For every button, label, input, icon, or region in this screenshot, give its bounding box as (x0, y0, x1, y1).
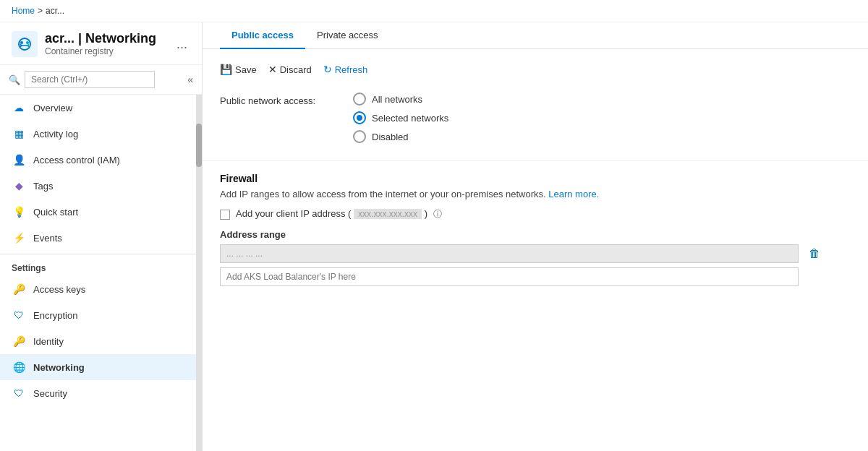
svg-point-3 (26, 41, 29, 44)
settings-section-label: Settings (0, 254, 196, 276)
discard-button[interactable]: ✕ Discard (268, 64, 312, 75)
identity-icon: 🔑 (12, 334, 26, 348)
save-icon: 💾 (220, 64, 232, 75)
firewall-section: Firewall Add IP ranges to allow access f… (203, 160, 868, 302)
breadcrumb-home[interactable]: Home (12, 6, 35, 16)
radio-disabled[interactable]: Disabled (353, 130, 448, 143)
networking-icon: 🌐 (12, 360, 26, 374)
radio-selected-networks[interactable]: Selected networks (353, 111, 448, 124)
sidebar-item-quick-start[interactable]: 💡 Quick start (0, 199, 196, 225)
radio-selected-networks-circle (353, 111, 366, 124)
radio-all-networks-label: All networks (372, 94, 422, 105)
refresh-button[interactable]: ↻ Refresh (323, 64, 368, 75)
search-input[interactable] (25, 71, 155, 88)
sidebar-item-label: Overview (33, 103, 72, 113)
events-icon: ⚡ (12, 231, 26, 245)
sidebar-item-activity-log[interactable]: ▦ Activity log (0, 121, 196, 147)
iam-icon: 👤 (12, 153, 26, 167)
scroll-track[interactable] (196, 95, 202, 451)
sidebar-item-label: Activity log (33, 129, 78, 139)
client-ip-label: Add your client IP address ( xxx.xxx.xxx… (236, 208, 442, 220)
address-range-placeholder-row (220, 267, 851, 286)
radio-selected-networks-dot (357, 115, 362, 121)
sidebar-item-events[interactable]: ⚡ Events (0, 225, 196, 251)
tabs: Public access Private access (203, 22, 868, 49)
resource-name: acr... | Networking (45, 31, 156, 46)
toolbar: 💾 Save ✕ Discard ↻ Refresh (203, 58, 868, 87)
encryption-icon: 🛡 (12, 308, 26, 322)
learn-more-link[interactable]: Learn more. (548, 189, 599, 199)
search-box: 🔍 « (0, 65, 202, 95)
radio-disabled-circle (353, 130, 366, 143)
sidebar-item-networking[interactable]: 🌐 Networking (0, 354, 196, 380)
sidebar-item-overview[interactable]: ☁ Overview (0, 95, 196, 121)
client-ip-checkbox[interactable] (220, 210, 230, 220)
sidebar-item-label: Access keys (33, 284, 85, 295)
breadcrumb-resource: acr... (46, 6, 64, 16)
radio-all-networks[interactable]: All networks (353, 93, 448, 106)
access-keys-icon: 🔑 (12, 282, 26, 296)
address-range-placeholder-input[interactable] (220, 267, 799, 286)
network-access-label: Public network access: (220, 93, 336, 106)
resource-icon (12, 31, 38, 57)
resource-title: acr... | Networking Container registry (45, 31, 156, 56)
address-range-filled-input[interactable] (220, 244, 799, 263)
client-ip-value: xxx.xxx.xxx.xxx (354, 209, 422, 219)
sidebar-item-tags[interactable]: ◆ Tags (0, 173, 196, 199)
activity-log-icon: ▦ (12, 126, 26, 141)
sidebar-item-label: Identity (33, 336, 64, 347)
firewall-description: Add IP ranges to allow access from the i… (220, 189, 851, 199)
sidebar-item-encryption[interactable]: 🛡 Encryption (0, 302, 196, 328)
client-ip-checkbox-row: Add your client IP address ( xxx.xxx.xxx… (220, 208, 851, 220)
tab-public-access[interactable]: Public access (220, 22, 305, 49)
main-content: Public access Private access 💾 Save ✕ Di… (203, 22, 868, 451)
network-access-options: All networks Selected networks Disabled (353, 93, 448, 143)
sidebar-item-label: Events (33, 233, 62, 244)
radio-disabled-label: Disabled (372, 132, 409, 142)
security-icon: 🛡 (12, 386, 26, 400)
refresh-icon: ↻ (323, 64, 332, 75)
svg-rect-0 (12, 31, 38, 57)
network-access-form: Public network access: All networks Sele… (203, 87, 868, 160)
overview-icon: ☁ (12, 100, 26, 115)
sidebar-item-identity[interactable]: 🔑 Identity (0, 328, 196, 354)
resource-subtitle: Container registry (45, 46, 156, 56)
discard-icon: ✕ (268, 64, 277, 75)
info-icon: ⓘ (433, 209, 442, 219)
search-icon: 🔍 (9, 74, 20, 85)
sidebar-item-access-keys[interactable]: 🔑 Access keys (0, 276, 196, 302)
more-button[interactable]: ... (174, 37, 190, 52)
sidebar-item-label: Access control (IAM) (33, 155, 120, 166)
save-button[interactable]: 💾 Save (220, 64, 257, 75)
sidebar-item-access-control[interactable]: 👤 Access control (IAM) (0, 147, 196, 173)
network-access-row: Public network access: All networks Sele… (220, 93, 851, 143)
tab-private-access[interactable]: Private access (305, 22, 390, 49)
breadcrumb: Home > acr... (0, 0, 868, 22)
resource-header: acr... | Networking Container registry .… (0, 22, 202, 65)
sidebar-item-label: Quick start (33, 207, 78, 218)
sidebar: acr... | Networking Container registry .… (0, 22, 203, 451)
address-range-label: Address range (220, 229, 851, 240)
sidebar-item-security[interactable]: 🛡 Security (0, 380, 196, 406)
radio-selected-networks-label: Selected networks (372, 113, 448, 124)
radio-all-networks-circle (353, 93, 366, 106)
quick-start-icon: 💡 (12, 205, 26, 219)
collapse-button[interactable]: « (187, 74, 193, 85)
delete-address-button[interactable]: 🗑 (804, 246, 825, 262)
svg-point-2 (20, 41, 23, 44)
breadcrumb-sep: > (38, 6, 43, 16)
sidebar-item-label: Encryption (33, 310, 77, 321)
sidebar-item-label: Tags (33, 181, 53, 192)
firewall-title: Firewall (220, 173, 851, 184)
address-range-row: 🗑 (220, 244, 851, 263)
sidebar-item-label: Networking (33, 362, 85, 373)
sidebar-item-label: Security (33, 388, 67, 399)
tags-icon: ◆ (12, 179, 26, 193)
acr-icon (12, 31, 38, 57)
